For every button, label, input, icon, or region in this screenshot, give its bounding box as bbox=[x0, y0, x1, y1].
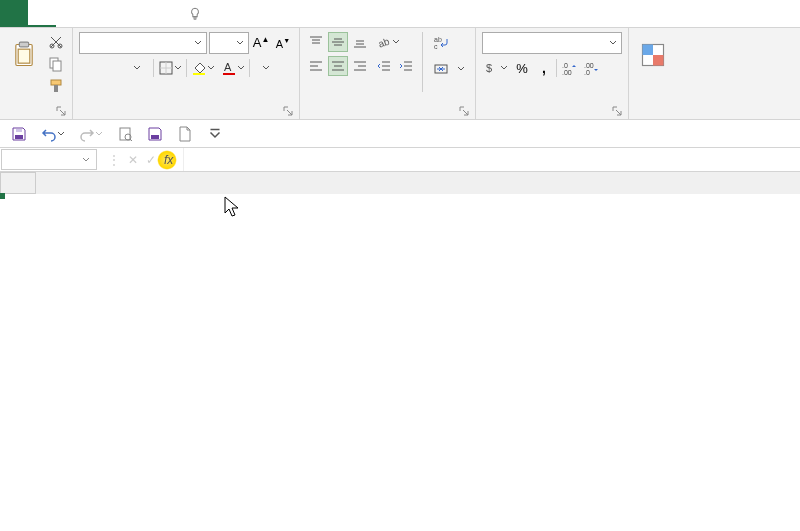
svg-rect-7 bbox=[51, 80, 61, 85]
comma-button[interactable]: , bbox=[534, 58, 554, 78]
svg-rect-6 bbox=[53, 61, 61, 71]
indent-left-icon bbox=[376, 58, 392, 74]
ribbon-tabs bbox=[0, 0, 800, 28]
qat-save2-button[interactable] bbox=[144, 123, 166, 145]
borders-button[interactable] bbox=[156, 58, 184, 78]
font-color-button[interactable]: A bbox=[219, 58, 247, 78]
align-left-icon bbox=[308, 58, 324, 74]
tab-insert[interactable] bbox=[56, 0, 84, 27]
align-left-button[interactable] bbox=[306, 56, 326, 76]
chevron-down-icon bbox=[209, 128, 221, 140]
merge-icon bbox=[433, 61, 449, 77]
wrap-text-button[interactable]: abc bbox=[429, 32, 469, 54]
select-all-corner[interactable] bbox=[0, 172, 36, 194]
format-painter-button[interactable] bbox=[46, 76, 66, 96]
svg-rect-52 bbox=[16, 129, 22, 132]
copy-icon bbox=[48, 56, 64, 72]
svg-rect-56 bbox=[151, 135, 159, 139]
chevron-down-icon bbox=[82, 156, 90, 164]
paste-button[interactable] bbox=[6, 32, 42, 80]
italic-button[interactable] bbox=[101, 58, 121, 78]
save-button[interactable] bbox=[8, 123, 30, 145]
svg-rect-51 bbox=[15, 135, 23, 139]
fill-color-button[interactable] bbox=[189, 58, 217, 78]
qat-customize-button[interactable] bbox=[204, 123, 226, 145]
svg-text:.0: .0 bbox=[584, 69, 590, 76]
number-format-combo[interactable] bbox=[482, 32, 622, 54]
decrease-font-button[interactable]: A▼ bbox=[273, 33, 293, 53]
chevron-down-icon bbox=[609, 39, 617, 47]
group-font: A▲ A▼ A bbox=[73, 28, 300, 119]
wrap-icon: abc bbox=[433, 35, 449, 51]
percent-button[interactable]: % bbox=[512, 58, 532, 78]
tab-fangfang[interactable] bbox=[84, 0, 112, 27]
bold-button[interactable] bbox=[79, 58, 99, 78]
orientation-button[interactable]: ab bbox=[374, 32, 402, 52]
merge-center-button[interactable] bbox=[429, 58, 469, 80]
undo-button[interactable] bbox=[38, 123, 68, 145]
accept-formula-button[interactable]: ✓ bbox=[146, 153, 156, 167]
decrease-decimal-button[interactable]: .00.0 bbox=[581, 58, 601, 78]
tab-home[interactable] bbox=[28, 0, 56, 27]
phonetic-button[interactable] bbox=[252, 58, 280, 78]
increase-indent-button[interactable] bbox=[396, 56, 416, 76]
chevron-down-icon bbox=[392, 38, 400, 46]
tab-diy[interactable] bbox=[112, 0, 140, 27]
tell-me-search[interactable] bbox=[188, 0, 208, 27]
inc-dec-icon: .0.00 bbox=[561, 60, 577, 76]
dialog-launcher-icon[interactable] bbox=[459, 106, 469, 116]
group-number: $ % , .0.00 .00.0 bbox=[476, 28, 629, 119]
align-right-icon bbox=[352, 58, 368, 74]
formula-input[interactable] bbox=[183, 148, 800, 171]
print-preview-button[interactable] bbox=[114, 123, 136, 145]
redo-icon bbox=[79, 126, 95, 142]
tab-data[interactable] bbox=[140, 0, 168, 27]
cancel-formula-button[interactable]: ✕ bbox=[128, 153, 138, 167]
preview-icon bbox=[117, 126, 133, 142]
save-icon bbox=[11, 126, 27, 142]
currency-icon: $ bbox=[484, 60, 500, 76]
cut-button[interactable] bbox=[46, 32, 66, 52]
formula-bar: ⋮ ✕ ✓ fx bbox=[0, 148, 800, 172]
dialog-launcher-icon[interactable] bbox=[56, 106, 66, 116]
svg-rect-1 bbox=[19, 42, 28, 47]
save-icon bbox=[147, 126, 163, 142]
redo-button[interactable] bbox=[76, 123, 106, 145]
dialog-launcher-icon[interactable] bbox=[283, 106, 293, 116]
font-name-combo[interactable] bbox=[79, 32, 207, 54]
name-box[interactable] bbox=[1, 149, 97, 170]
align-top-button[interactable] bbox=[306, 32, 326, 52]
chevron-down-icon bbox=[57, 130, 65, 138]
tab-file[interactable] bbox=[0, 0, 28, 27]
svg-rect-50 bbox=[653, 55, 664, 66]
align-right-button[interactable] bbox=[350, 56, 370, 76]
accounting-format-button[interactable]: $ bbox=[482, 58, 510, 78]
scissors-icon bbox=[48, 34, 64, 50]
quick-access-toolbar bbox=[0, 120, 800, 148]
chevron-down-icon bbox=[500, 64, 508, 72]
align-middle-button[interactable] bbox=[328, 32, 348, 52]
copy-button[interactable] bbox=[46, 54, 66, 74]
decrease-indent-button[interactable] bbox=[374, 56, 394, 76]
chevron-down-icon bbox=[133, 64, 141, 72]
worksheet-grid[interactable] bbox=[0, 172, 800, 194]
conditional-format-button[interactable] bbox=[635, 32, 671, 80]
font-size-combo[interactable] bbox=[209, 32, 249, 54]
chevron-down-icon bbox=[174, 64, 182, 72]
dialog-launcher-icon[interactable] bbox=[612, 106, 622, 116]
new-button[interactable] bbox=[174, 123, 196, 145]
increase-font-button[interactable]: A▲ bbox=[251, 33, 271, 53]
align-bottom-button[interactable] bbox=[350, 32, 370, 52]
fx-button[interactable]: fx bbox=[164, 153, 173, 167]
align-center-button[interactable] bbox=[328, 56, 348, 76]
chevron-down-icon bbox=[236, 39, 244, 47]
group-styles bbox=[629, 28, 677, 119]
underline-button[interactable] bbox=[123, 58, 151, 78]
group-clipboard bbox=[0, 28, 73, 119]
border-icon bbox=[158, 60, 174, 76]
svg-rect-49 bbox=[643, 45, 654, 56]
align-bottom-icon bbox=[352, 34, 368, 50]
svg-text:$: $ bbox=[486, 62, 492, 74]
increase-decimal-button[interactable]: .0.00 bbox=[559, 58, 579, 78]
chevron-down-icon bbox=[237, 64, 245, 72]
